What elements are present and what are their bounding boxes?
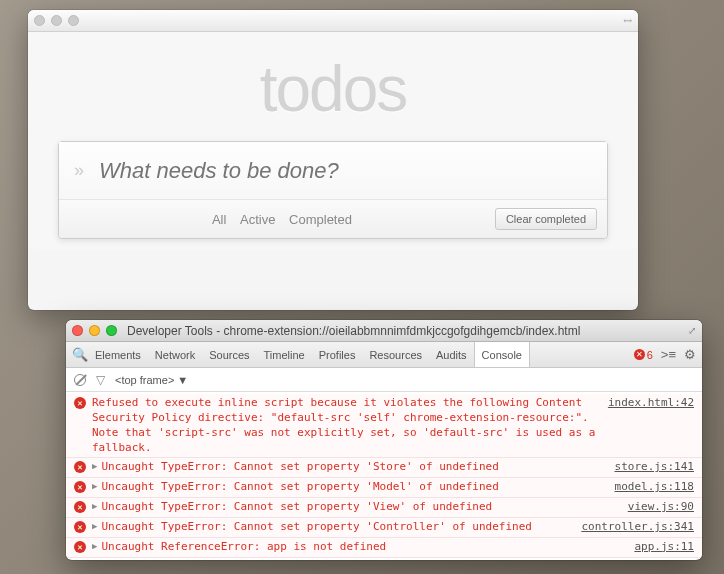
console-output: ✕Refused to execute inline script becaus… [66,392,702,560]
error-message: Uncaught TypeError: Cannot set property … [101,500,619,515]
minimize-icon[interactable] [89,325,100,336]
close-icon[interactable] [72,325,83,336]
error-source-link[interactable]: app.js:11 [634,540,694,553]
console-error-row[interactable]: ✕Refused to execute inline script becaus… [66,394,702,458]
error-source-link[interactable]: controller.js:341 [581,520,694,533]
console-error-row[interactable]: ✕▶Uncaught TypeError: Cannot set propert… [66,458,702,478]
devtools-titlebar[interactable]: Developer Tools - chrome-extension://oie… [66,320,702,342]
error-message: Uncaught TypeError: Cannot set property … [101,520,573,535]
window-min-dot[interactable] [51,15,62,26]
todo-input-row: » [59,142,607,200]
error-icon: ✕ [74,541,86,553]
app-titlebar[interactable]: ⤢ [28,10,638,32]
zoom-icon[interactable] [106,325,117,336]
tab-audits[interactable]: Audits [429,342,474,367]
clear-completed-button[interactable]: Clear completed [495,208,597,230]
expand-arrow-icon[interactable]: ▶ [92,481,97,491]
error-message: Uncaught TypeError: Cannot set property … [101,460,606,475]
error-count-badge[interactable]: ✕ 6 [634,349,653,361]
error-source-link[interactable]: index.html:42 [608,396,694,409]
console-error-row[interactable]: ✕▶Uncaught TypeError: Cannot set propert… [66,518,702,538]
expand-arrow-icon[interactable]: ▶ [92,461,97,471]
window-controls[interactable] [72,325,117,336]
toggle-all-icon[interactable]: » [59,160,99,181]
error-source-link[interactable]: store.js:141 [615,460,694,473]
tab-profiles[interactable]: Profiles [312,342,363,367]
error-message: Refused to execute inline script because… [92,396,600,455]
devtools-window: Developer Tools - chrome-extension://oie… [66,320,702,560]
error-icon: ✕ [74,501,86,513]
new-todo-input[interactable] [99,148,607,194]
tab-sources[interactable]: Sources [202,342,256,367]
todo-footer: All Active Completed Clear completed [59,200,607,238]
error-icon: ✕ [634,349,645,360]
error-source-link[interactable]: model.js:118 [615,480,694,493]
filter-completed[interactable]: Completed [289,212,352,227]
console-prompt[interactable]: > [66,558,702,560]
console-error-row[interactable]: ✕▶Uncaught ReferenceError: app is not de… [66,538,702,558]
error-icon: ✕ [74,461,86,473]
error-source-link[interactable]: view.js:90 [628,500,694,513]
tab-timeline[interactable]: Timeline [257,342,312,367]
devtools-title: Developer Tools - chrome-extension://oie… [127,324,682,338]
filter-all[interactable]: All [212,212,226,227]
console-error-row[interactable]: ✕▶Uncaught TypeError: Cannot set propert… [66,498,702,518]
window-close-dot[interactable] [34,15,45,26]
tab-console[interactable]: Console [474,342,530,367]
error-message: Uncaught TypeError: Cannot set property … [101,480,606,495]
console-error-row[interactable]: ✕▶Uncaught TypeError: Cannot set propert… [66,478,702,498]
error-icon: ✕ [74,397,86,409]
expand-arrow-icon[interactable]: ▶ [92,541,97,551]
expand-arrow-icon[interactable]: ▶ [92,501,97,511]
frame-selector[interactable]: <top frame> ▼ [115,374,188,386]
devtools-tabs: 🔍 Elements Network Sources Timeline Prof… [66,342,702,368]
todo-card: » All Active Completed Clear completed [58,141,608,239]
drawer-toggle-icon[interactable]: >≡ [661,347,676,362]
filter-group: All Active Completed [69,212,495,227]
error-icon: ✕ [74,521,86,533]
error-message: Uncaught ReferenceError: app is not defi… [101,540,626,555]
fullscreen-icon[interactable]: ⤢ [688,325,696,336]
app-window: ⤢ todos » All Active Completed Clear com… [28,10,638,310]
tab-resources[interactable]: Resources [362,342,429,367]
page-title: todos [58,52,608,126]
tab-elements[interactable]: Elements [88,342,148,367]
window-max-dot[interactable] [68,15,79,26]
error-count: 6 [647,349,653,361]
window-controls[interactable] [34,15,79,26]
tab-network[interactable]: Network [148,342,202,367]
gear-icon[interactable]: ⚙ [684,347,696,362]
search-icon[interactable]: 🔍 [72,347,88,362]
app-body: todos » All Active Completed Clear compl… [28,32,638,249]
error-icon: ✕ [74,481,86,493]
fullscreen-icon[interactable]: ⤢ [620,13,636,29]
clear-console-icon[interactable] [74,374,86,386]
console-toolbar: ▽ <top frame> ▼ [66,368,702,392]
filter-icon[interactable]: ▽ [96,373,105,387]
filter-active[interactable]: Active [240,212,275,227]
expand-arrow-icon[interactable]: ▶ [92,521,97,531]
